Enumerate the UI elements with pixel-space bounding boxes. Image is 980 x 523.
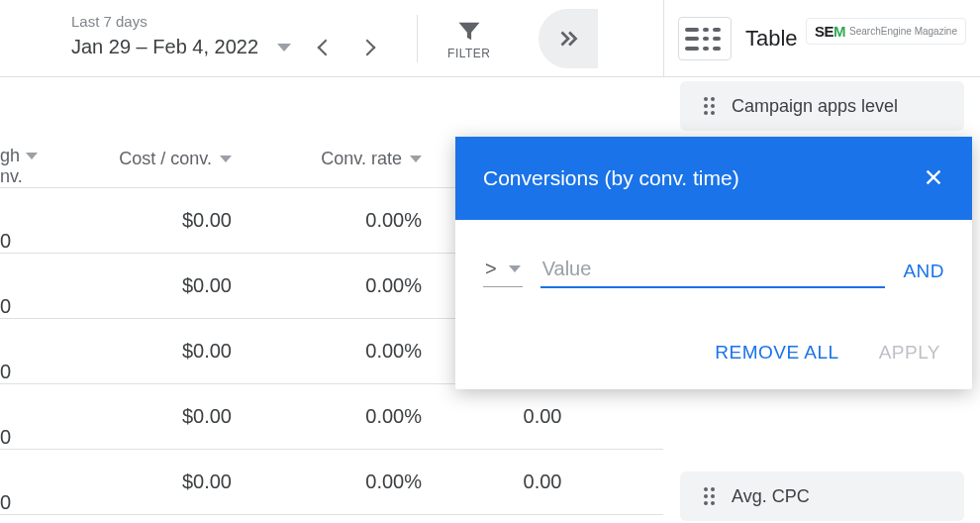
table-row[interactable]: 0 $0.00 0.00% 0.00 (0, 384, 663, 450)
filter-dialog-header: Conversions (by conv. time) (455, 137, 972, 220)
column-header-conv-rate[interactable]: Conv. rate (253, 77, 443, 187)
chevron-down-icon (509, 265, 521, 272)
filter-dialog-title: Conversions (by conv. time) (483, 166, 739, 190)
table-view-icon[interactable] (678, 17, 732, 60)
close-button[interactable] (923, 163, 944, 193)
view-type-panel: Table SEM SearchEngine Magazine (664, 0, 980, 77)
sort-desc-icon (220, 156, 232, 162)
operator-select[interactable]: > (483, 256, 523, 287)
filter-label: FILTER (447, 47, 490, 60)
metric-chip-avg-cpc[interactable]: Avg. CPC (680, 471, 964, 521)
column-header-through-conv[interactable]: gh nv. (0, 77, 57, 187)
date-range-text: Jan 29 – Feb 4, 2022 (71, 36, 258, 60)
view-type-title: Table (745, 26, 798, 52)
funnel-icon (455, 17, 483, 45)
filter-value-input[interactable] (540, 254, 886, 288)
drag-handle-icon[interactable] (704, 487, 718, 505)
close-icon (923, 166, 944, 188)
date-prev-button[interactable] (310, 32, 342, 63)
remove-all-button[interactable]: REMOVE ALL (715, 342, 838, 364)
date-range-dropdown-icon[interactable] (268, 32, 300, 63)
filter-dialog: Conversions (by conv. time) > AND REMOVE… (455, 137, 972, 389)
expand-panel-button[interactable] (539, 9, 598, 68)
metric-chip-campaign-apps-level[interactable]: Campaign apps level (680, 81, 964, 131)
filter-button[interactable]: FILTER (447, 17, 490, 60)
date-preset-label: Last 7 days (71, 13, 383, 30)
watermark-badge: SEM SearchEngine Magazine (806, 18, 966, 45)
add-condition-and-button[interactable]: AND (903, 261, 944, 282)
sort-desc-icon (26, 153, 38, 159)
column-header-cost-per-conv[interactable]: Cost / conv. (57, 77, 253, 187)
table-row[interactable]: 0 $0.00 0.00% 0.00 (0, 450, 663, 515)
date-range-picker[interactable]: Last 7 days Jan 29 – Feb 4, 2022 (71, 13, 383, 63)
divider (417, 15, 418, 62)
sort-desc-icon (410, 156, 422, 162)
apply-button[interactable]: APPLY (879, 342, 940, 364)
drag-handle-icon[interactable] (704, 97, 718, 115)
chevrons-right-icon (555, 26, 581, 52)
date-next-button[interactable] (351, 32, 383, 63)
